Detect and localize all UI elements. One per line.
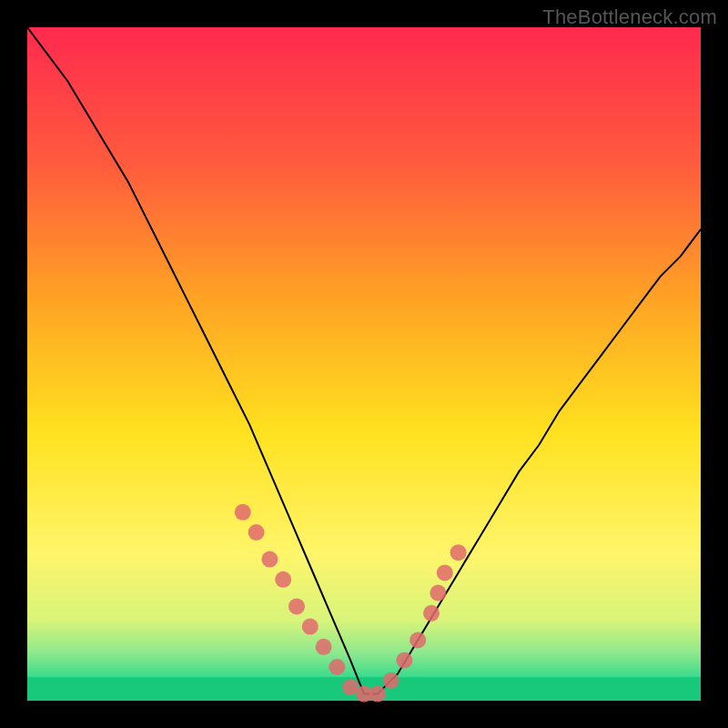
marker — [235, 504, 251, 521]
marker — [275, 571, 291, 588]
marker — [450, 544, 467, 561]
marker — [316, 639, 332, 655]
marker — [302, 619, 318, 635]
marker — [369, 686, 386, 703]
marker — [396, 652, 412, 669]
marker — [248, 524, 265, 541]
watermark-text: TheBottleneck.com — [542, 5, 717, 29]
marker — [410, 632, 426, 648]
bottleneck-chart — [0, 0, 728, 728]
marker — [288, 598, 305, 614]
marker — [329, 659, 345, 675]
plot-background — [27, 27, 701, 701]
marker — [261, 551, 278, 568]
chart-stage: TheBottleneck.com — [0, 0, 728, 728]
marker — [430, 585, 446, 602]
marker — [383, 672, 399, 689]
marker — [437, 564, 453, 581]
marker — [423, 605, 440, 622]
